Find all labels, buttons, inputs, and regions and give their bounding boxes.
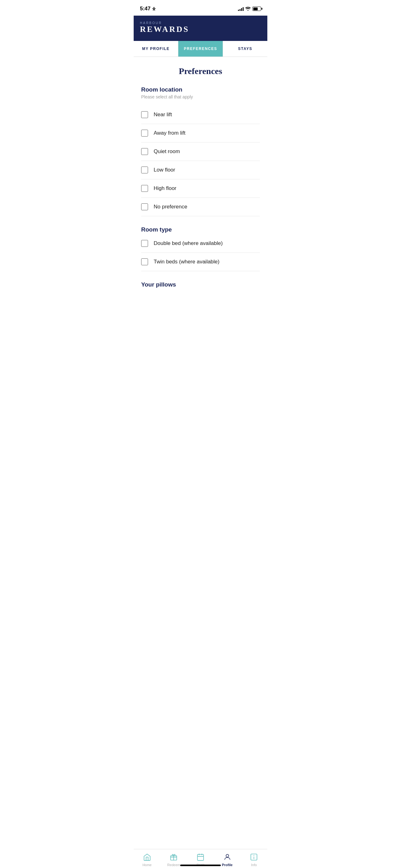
brand-rewards: REWARDS: [140, 25, 189, 34]
brand-logo: HARBOUR REWARDS: [140, 21, 261, 34]
checkbox-away-from-lift-box[interactable]: [141, 130, 148, 136]
checkbox-no-preference[interactable]: No preference: [141, 198, 260, 216]
checkbox-low-floor-label: Low floor: [154, 167, 175, 173]
tab-stays[interactable]: STAYS: [223, 41, 267, 57]
checkbox-high-floor-label: High floor: [154, 185, 176, 191]
checkbox-low-floor-box[interactable]: [141, 166, 148, 174]
checkbox-high-floor[interactable]: High floor: [141, 179, 260, 198]
section-your-pillows-title: Your pillows: [141, 281, 260, 288]
section-room-location-subtitle: Please select all that apply: [141, 94, 260, 99]
wifi-icon: [245, 7, 250, 11]
room-type-list: Double bed (where available) Twin beds (…: [141, 234, 260, 271]
checkbox-twin-beds-label: Twin beds (where available): [154, 259, 220, 265]
main-content: Preferences Room location Please select …: [134, 57, 267, 336]
checkbox-quiet-room[interactable]: Quiet room: [141, 143, 260, 161]
checkbox-away-from-lift-label: Away from lift: [154, 130, 186, 136]
checkbox-near-lift-box[interactable]: [141, 111, 148, 118]
location-icon: [152, 7, 156, 11]
app-header: HARBOUR REWARDS: [134, 16, 267, 41]
checkbox-high-floor-box[interactable]: [141, 185, 148, 192]
status-bar: 5:47: [134, 0, 267, 16]
tab-preferences[interactable]: PREFERENCES: [178, 41, 223, 57]
brand-harbour: HARBOUR: [140, 21, 162, 25]
checkbox-near-lift-label: Near lift: [154, 112, 172, 118]
checkbox-quiet-room-box[interactable]: [141, 148, 148, 155]
checkbox-quiet-room-label: Quiet room: [154, 148, 180, 155]
room-location-list: Near lift Away from lift Quiet room Low …: [141, 105, 260, 216]
section-room-type-title: Room type: [141, 226, 260, 233]
signal-bars: [238, 6, 244, 11]
section-room-type: Room type Double bed (where available) T…: [141, 226, 260, 271]
tab-my-profile[interactable]: MY PROFILE: [134, 41, 178, 57]
checkbox-double-bed[interactable]: Double bed (where available): [141, 234, 260, 253]
status-time: 5:47: [140, 6, 156, 12]
tab-bar: MY PROFILE PREFERENCES STAYS: [134, 41, 267, 57]
section-room-location: Room location Please select all that app…: [141, 86, 260, 216]
checkbox-double-bed-label: Double bed (where available): [154, 240, 223, 247]
section-room-location-title: Room location: [141, 86, 260, 93]
battery-icon: [252, 6, 261, 11]
status-icons: [238, 6, 261, 11]
checkbox-double-bed-box[interactable]: [141, 240, 148, 247]
checkbox-near-lift[interactable]: Near lift: [141, 105, 260, 124]
checkbox-low-floor[interactable]: Low floor: [141, 161, 260, 179]
section-your-pillows: Your pillows: [141, 281, 260, 288]
checkbox-no-preference-box[interactable]: [141, 204, 148, 210]
checkbox-twin-beds-box[interactable]: [141, 258, 148, 265]
page-title: Preferences: [141, 66, 260, 76]
checkbox-twin-beds[interactable]: Twin beds (where available): [141, 253, 260, 271]
checkbox-away-from-lift[interactable]: Away from lift: [141, 124, 260, 143]
checkbox-no-preference-label: No preference: [154, 204, 188, 210]
